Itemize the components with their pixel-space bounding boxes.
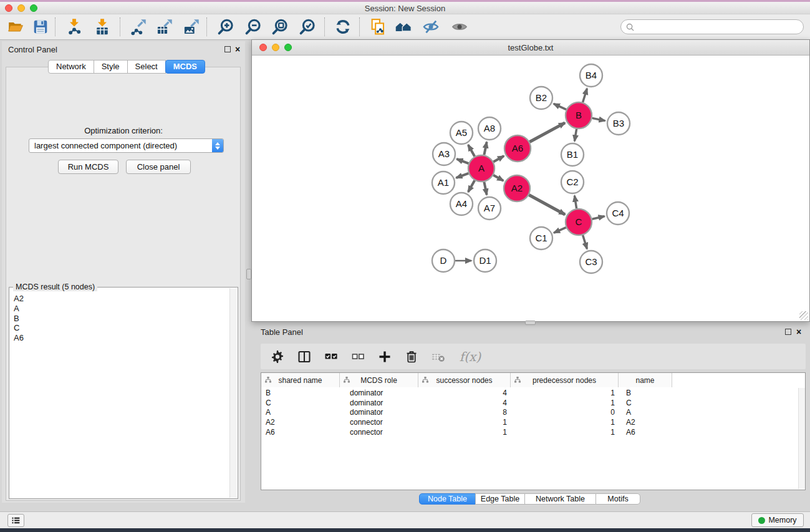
table-cell[interactable]: dominator xyxy=(340,408,418,417)
table-cell[interactable]: dominator xyxy=(340,399,418,407)
graph-node-C1[interactable]: C1 xyxy=(530,227,552,249)
close-panel-button[interactable]: Close panel xyxy=(126,160,191,174)
column-header-successor-nodes[interactable]: successor nodes xyxy=(418,373,511,387)
graph-node-B[interactable]: B xyxy=(566,102,592,128)
graph-node-A1[interactable]: A1 xyxy=(432,172,455,194)
graph-edge[interactable] xyxy=(468,180,475,192)
graph-node-C[interactable]: C xyxy=(566,209,592,235)
column-header-MCDS-role[interactable]: MCDS role xyxy=(340,373,418,387)
column-header-predecessor-nodes[interactable]: predecessor nodes xyxy=(511,373,619,387)
table-row[interactable]: A6connector11A6 xyxy=(261,427,798,437)
table-row[interactable]: Cdominator41C xyxy=(261,398,798,408)
graph-node-B2[interactable]: B2 xyxy=(530,87,552,109)
tab-select[interactable]: Select xyxy=(127,60,166,74)
table-cell[interactable]: C xyxy=(619,399,672,407)
run-mcds-button[interactable]: Run MCDS xyxy=(58,160,118,174)
save-session-icon[interactable] xyxy=(29,16,52,37)
network-window-titlebar[interactable]: testGlobe.txt xyxy=(252,40,809,56)
table-scrollbar[interactable] xyxy=(798,388,805,489)
tab-edge-table[interactable]: Edge Table xyxy=(475,493,525,505)
graph-node-A2[interactable]: A2 xyxy=(504,175,530,201)
zoom-in-icon[interactable] xyxy=(214,16,238,37)
table-row[interactable]: Bdominator41B xyxy=(261,388,798,398)
import-table-icon[interactable] xyxy=(90,16,114,37)
tab-node-table[interactable]: Node Table xyxy=(419,493,476,505)
show-graphics-details-icon[interactable] xyxy=(448,16,471,37)
delete-rows-icon[interactable] xyxy=(403,348,420,365)
graph-node-A5[interactable]: A5 xyxy=(450,122,473,144)
table-row[interactable]: Adominator80A xyxy=(261,408,798,418)
table-cell[interactable]: A xyxy=(261,408,340,417)
graph-node-C4[interactable]: C4 xyxy=(607,202,629,225)
search-input[interactable] xyxy=(635,21,803,32)
table-cell[interactable]: A2 xyxy=(261,418,340,427)
graph-edge[interactable] xyxy=(529,195,565,215)
graph-edge[interactable] xyxy=(554,104,566,109)
graph-edge[interactable] xyxy=(457,159,469,163)
import-network-icon[interactable] xyxy=(62,16,86,37)
graph-node-D1[interactable]: D1 xyxy=(474,249,496,272)
zoom-fit-icon[interactable] xyxy=(268,16,292,37)
task-history-button[interactable] xyxy=(7,514,24,527)
graph-edge[interactable] xyxy=(529,123,565,142)
graph-node-A7[interactable]: A7 xyxy=(478,197,501,220)
result-item[interactable]: C xyxy=(11,323,229,333)
tab-network[interactable]: Network xyxy=(48,60,94,74)
settings-gear-icon[interactable] xyxy=(269,348,286,365)
graph-node-A3[interactable]: A3 xyxy=(433,143,455,165)
table-cell[interactable]: 1 xyxy=(511,389,619,397)
table-cell[interactable]: B xyxy=(261,389,340,397)
add-row-icon[interactable] xyxy=(376,348,393,365)
zoom-selected-icon[interactable] xyxy=(296,16,319,37)
result-scrollbar[interactable] xyxy=(229,288,237,498)
table-cell[interactable]: connector xyxy=(340,418,418,427)
result-item[interactable]: A6 xyxy=(11,333,229,343)
graph-edge[interactable] xyxy=(592,216,605,219)
graph-edge[interactable] xyxy=(493,175,503,181)
tab-network-table[interactable]: Network Table xyxy=(524,493,596,505)
graph-node-B4[interactable]: B4 xyxy=(580,64,602,87)
table-cell[interactable]: B xyxy=(619,389,672,397)
vertical-split-handle[interactable] xyxy=(246,269,251,279)
tab-mcds[interactable]: MCDS xyxy=(165,60,205,74)
graph-edge[interactable] xyxy=(484,182,486,195)
table-row[interactable]: A2connector11A2 xyxy=(261,417,798,427)
graph-edge[interactable] xyxy=(484,142,486,155)
graph-node-A6[interactable]: A6 xyxy=(504,135,531,162)
graph-edge[interactable] xyxy=(583,89,587,102)
table-cell[interactable]: A6 xyxy=(619,428,672,437)
hide-graphics-details-icon[interactable] xyxy=(419,16,443,37)
memory-button[interactable]: Memory xyxy=(751,513,804,527)
deselect-all-icon[interactable] xyxy=(349,348,367,365)
open-session-icon[interactable] xyxy=(4,16,27,37)
table-cell[interactable]: 1 xyxy=(511,428,619,437)
zoom-out-icon[interactable] xyxy=(241,16,265,37)
result-item[interactable]: B xyxy=(11,314,229,324)
graph-node-C3[interactable]: C3 xyxy=(580,251,602,273)
graph-node-A8[interactable]: A8 xyxy=(478,117,501,140)
graph-edge[interactable] xyxy=(574,129,576,142)
table-cell[interactable]: connector xyxy=(340,428,418,437)
graph-edge[interactable] xyxy=(583,235,587,249)
network-from-selection-icon[interactable] xyxy=(366,16,390,37)
network-graph[interactable]: AA1A3A5A8A4A7A6A2BB2B4B3B1CC2C4C1C3DD1 xyxy=(252,56,809,321)
graph-edge[interactable] xyxy=(456,173,469,178)
optimization-criterion-dropdown[interactable]: largest connected component (directed) xyxy=(29,138,224,153)
toggle-columns-icon[interactable] xyxy=(296,348,313,365)
graph-edge[interactable] xyxy=(574,196,576,209)
graph-node-B1[interactable]: B1 xyxy=(561,143,584,166)
table-close-panel-icon[interactable]: × xyxy=(796,329,801,335)
table-cell[interactable]: 1 xyxy=(511,399,619,407)
select-all-icon[interactable] xyxy=(322,348,340,365)
table-cell[interactable]: 1 xyxy=(511,418,619,427)
table-cell[interactable]: 8 xyxy=(418,408,511,417)
table-cell[interactable]: C xyxy=(261,399,340,407)
graph-node-C2[interactable]: C2 xyxy=(561,171,584,193)
graph-node-D[interactable]: D xyxy=(432,249,455,272)
column-header-name[interactable]: name xyxy=(619,373,672,387)
export-table-icon[interactable] xyxy=(153,16,176,37)
column-header-shared-name[interactable]: shared name xyxy=(261,373,340,387)
float-panel-icon[interactable] xyxy=(224,46,231,52)
graph-node-B3[interactable]: B3 xyxy=(607,112,630,135)
table-cell[interactable]: dominator xyxy=(340,389,418,397)
